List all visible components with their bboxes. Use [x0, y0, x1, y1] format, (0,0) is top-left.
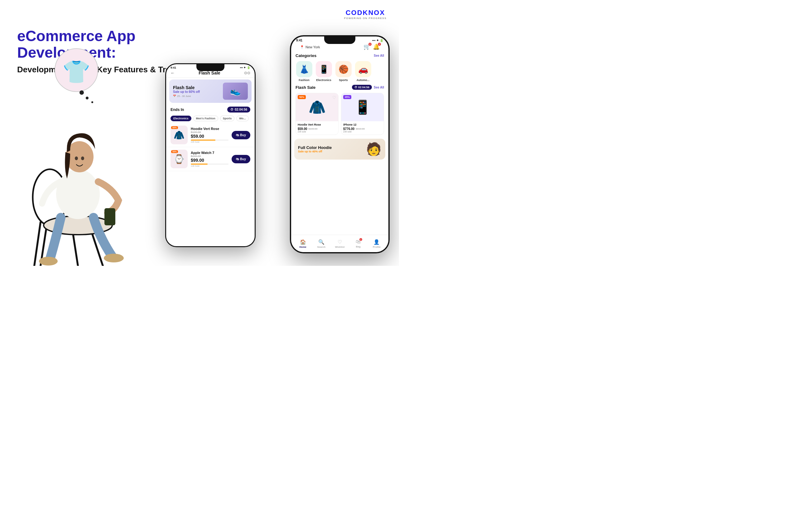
flash-timer-value: 02:04:56 [358, 86, 369, 89]
sold-bar-fill-2 [191, 164, 208, 165]
main-headline: eCommerce App Development: [17, 28, 210, 61]
phone-right: 9:41 ▪▪▪ ✦ 🔋 📍 New York 🛒2 🔔1 Categories… [290, 35, 390, 253]
profile-icon: 👤 [374, 239, 380, 245]
timer-clock-icon: ⏱ [355, 86, 357, 89]
hoodie-old-price: $100.00 [309, 128, 318, 130]
flash-timer: ⏱ 02:04:56 [352, 85, 372, 90]
nav-profile[interactable]: 👤 Profile [367, 239, 386, 248]
product-info-1: Hoodie Vert Rose $100.00 $59.00 235 Sold [191, 127, 228, 143]
nav-wishlist[interactable]: ♡ Wishlist [330, 239, 349, 248]
product-old-price-2: $200.00 [191, 155, 228, 158]
iphone-old-price: $810.00 [356, 128, 365, 130]
phone-left: 9:41 ▪▪▪ ✦ 🔋 ← Flash Sale ⊙⊙ Flash Sale … [165, 63, 255, 247]
cart-badge: 2 [368, 43, 372, 46]
product-name-2: Apple Watch 7 [191, 151, 228, 155]
iphone-price: $776.00 [343, 127, 355, 131]
status-time-right: 9:41 [296, 39, 302, 42]
iphone-card-name: iPhone 12 [343, 123, 382, 127]
hoodie-price: $59.00 [298, 127, 307, 131]
fashion-icon: 👗 [296, 61, 312, 77]
discount-badge-2: 50% [171, 150, 178, 153]
cart-icon-badge[interactable]: 🛒2 [363, 43, 370, 50]
categories-row: 👗 Fashion 📱 Electronics 🏀 Sports 🚗 Autom… [291, 59, 388, 83]
header-title-left: Flash Sale [198, 71, 220, 75]
svg-rect-10 [104, 208, 115, 225]
product-thumb-2: 50% ⌚ [171, 150, 188, 168]
bag-nav-label: Bag [356, 245, 361, 248]
back-button[interactable]: ← [171, 71, 175, 75]
bag-badge-dot: 1 [359, 238, 362, 241]
buy-button-1[interactable]: 🛍 Buy [232, 131, 250, 139]
categories-see-all[interactable]: See All [374, 54, 384, 57]
product-card-hoodie[interactable]: 50% ♡ 🧥 Hoodie Vert Rose $59.00 $100.00 … [296, 93, 339, 135]
banner-person-icon: 🧑 [366, 142, 382, 156]
product-card-iphone[interactable]: 35% 📱 iPhone 12 $776.00 $810.00 235 sold [341, 93, 384, 135]
logo-brand: CODKNOX [344, 9, 386, 17]
calendar-icon: 📅 [173, 95, 176, 98]
notification-icon-badge[interactable]: 🔔1 [373, 43, 380, 50]
svg-point-8 [75, 156, 78, 160]
flash-sale-see-all[interactable]: See All [374, 86, 384, 89]
hoodie-price-row: $59.00 $100.00 [298, 127, 336, 131]
product-old-price-1: $100.00 [191, 131, 228, 134]
tab-sports[interactable]: Sports [220, 116, 235, 121]
status-signal-right: ▪▪▪ ✦ 🔋 [372, 39, 383, 42]
sold-bar-2 [191, 164, 228, 165]
sports-label: Sports [339, 78, 348, 82]
product-item-2: 50% ⌚ Apple Watch 7 $200.00 $99.00 128 S… [166, 147, 255, 171]
phone-right-notch [324, 36, 355, 44]
iphone-discount-badge: 35% [343, 95, 351, 99]
top-icons-row: 🛒2 🔔1 [359, 43, 384, 52]
person-illustration [16, 73, 140, 266]
home-nav-label: Home [299, 246, 306, 248]
search-icon: 🔍 [318, 239, 324, 245]
phone-left-notch [196, 64, 225, 71]
tab-electronics[interactable]: Electronics [171, 116, 191, 121]
svg-line-0 [34, 222, 40, 266]
svg-point-12 [104, 254, 124, 262]
logo-tagline: POWERING ON PROGRESS [344, 17, 386, 20]
flash-banner-subtitle: Sale up to 60% off [173, 90, 200, 94]
discount-badge-1: 50% [171, 126, 178, 129]
bag-icon-2: 🛍 [236, 157, 239, 161]
hoodie-card-info: Hoodie Vert Rose $59.00 $100.00 235 sold [296, 121, 338, 135]
category-electronics[interactable]: 📱 Electronics [315, 61, 332, 82]
wishlist-nav-label: Wishlist [335, 246, 345, 248]
category-fashion[interactable]: 👗 Fashion [296, 61, 313, 82]
electronics-icon: 📱 [316, 61, 332, 77]
bag-nav-badge: 🛍 1 [356, 239, 361, 245]
clock-icon: ⏱ [230, 108, 233, 111]
location-text: New York [305, 45, 320, 49]
product-price-2: $99.00 [191, 158, 228, 163]
hoodie-wishlist-btn[interactable]: ♡ [332, 95, 336, 100]
tab-more[interactable]: Wo... [236, 116, 248, 121]
product-thumb-1: 50% 🧥 [171, 126, 188, 144]
iphone-card-image: 35% 📱 [341, 93, 384, 121]
iphone-card-info: iPhone 12 $776.00 $810.00 235 sold [341, 121, 384, 135]
buy-button-2[interactable]: 🛍 Buy [232, 155, 250, 163]
profile-nav-label: Profile [373, 246, 381, 248]
timer-value: 02:04:56 [235, 108, 247, 111]
category-auto[interactable]: 🚗 Automo... [355, 61, 372, 82]
status-icons-left: ▪▪▪ ✦ 🔋 [240, 66, 250, 69]
sold-label-1: 235 Sold [191, 141, 228, 143]
svg-point-11 [39, 257, 58, 266]
wishlist-icon: ♡ [338, 239, 342, 245]
svg-point-9 [81, 156, 84, 160]
status-time-left: 9:41 [171, 66, 176, 69]
flash-banner-text: Flash Sale Sale up to 60% off 📅 25 - 30 … [173, 85, 200, 98]
location-pin-icon: 📍 [300, 45, 304, 49]
category-sports[interactable]: 🏀 Sports [335, 61, 352, 82]
flash-banner-title: Flash Sale [173, 85, 200, 90]
ends-in-row: Ends In ⏱ 02:04:56 [166, 105, 255, 114]
nav-home[interactable]: 🏠 Home [293, 239, 312, 248]
header-options[interactable]: ⊙⊙ [244, 71, 250, 75]
tab-mens-fashion[interactable]: Men's Fashion [193, 116, 218, 121]
nav-search[interactable]: 🔍 Search [312, 239, 330, 248]
phone-right-screen: 9:41 ▪▪▪ ✦ 🔋 📍 New York 🛒2 🔔1 Categories… [291, 36, 388, 252]
categories-title: Categories [296, 53, 317, 58]
location-row: 📍 New York [296, 44, 324, 51]
nav-bag[interactable]: 🛍 1 Bag [349, 239, 367, 248]
bottom-banner: Full Color Hoodie Sale up to 40% off 🧑 [294, 139, 385, 159]
flash-sale-title: Flash Sale [296, 85, 316, 90]
